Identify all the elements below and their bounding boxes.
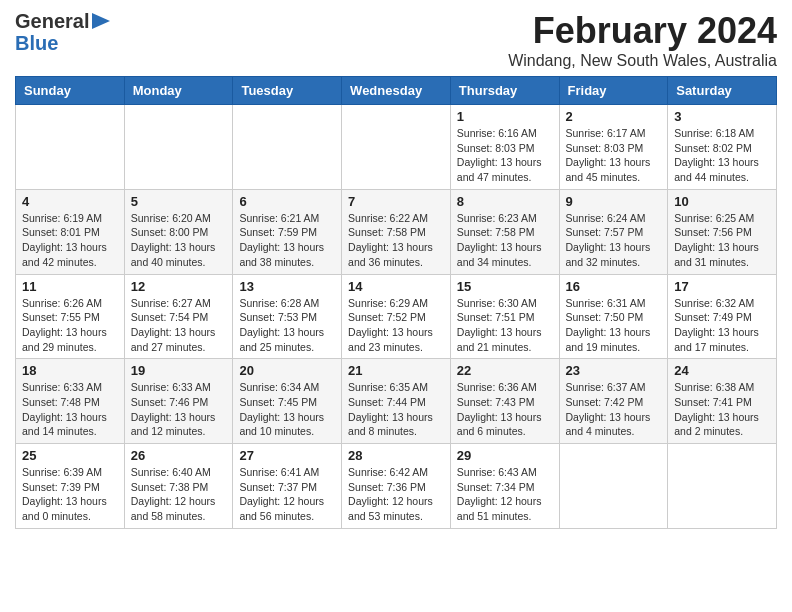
calendar-header-row: Sunday Monday Tuesday Wednesday Thursday… xyxy=(16,77,777,105)
day-number: 19 xyxy=(131,363,227,378)
logo: General Blue xyxy=(15,10,113,54)
day-number: 25 xyxy=(22,448,118,463)
week-row-1: 1Sunrise: 6:16 AM Sunset: 8:03 PM Daylig… xyxy=(16,105,777,190)
calendar-table: Sunday Monday Tuesday Wednesday Thursday… xyxy=(15,76,777,529)
day-number: 26 xyxy=(131,448,227,463)
table-row xyxy=(342,105,451,190)
day-number: 13 xyxy=(239,279,335,294)
col-friday: Friday xyxy=(559,77,668,105)
table-row: 19Sunrise: 6:33 AM Sunset: 7:46 PM Dayli… xyxy=(124,359,233,444)
day-number: 22 xyxy=(457,363,553,378)
day-number: 1 xyxy=(457,109,553,124)
logo-flag-icon xyxy=(90,12,112,30)
week-row-5: 25Sunrise: 6:39 AM Sunset: 7:39 PM Dayli… xyxy=(16,444,777,529)
day-info: Sunrise: 6:37 AM Sunset: 7:42 PM Dayligh… xyxy=(566,380,662,439)
table-row: 27Sunrise: 6:41 AM Sunset: 7:37 PM Dayli… xyxy=(233,444,342,529)
table-row: 2Sunrise: 6:17 AM Sunset: 8:03 PM Daylig… xyxy=(559,105,668,190)
page-title: February 2024 xyxy=(508,10,777,52)
day-info: Sunrise: 6:30 AM Sunset: 7:51 PM Dayligh… xyxy=(457,296,553,355)
day-info: Sunrise: 6:20 AM Sunset: 8:00 PM Dayligh… xyxy=(131,211,227,270)
day-number: 14 xyxy=(348,279,444,294)
day-info: Sunrise: 6:36 AM Sunset: 7:43 PM Dayligh… xyxy=(457,380,553,439)
col-wednesday: Wednesday xyxy=(342,77,451,105)
day-number: 11 xyxy=(22,279,118,294)
table-row: 10Sunrise: 6:25 AM Sunset: 7:56 PM Dayli… xyxy=(668,189,777,274)
day-number: 28 xyxy=(348,448,444,463)
table-row: 7Sunrise: 6:22 AM Sunset: 7:58 PM Daylig… xyxy=(342,189,451,274)
day-number: 16 xyxy=(566,279,662,294)
col-thursday: Thursday xyxy=(450,77,559,105)
table-row: 3Sunrise: 6:18 AM Sunset: 8:02 PM Daylig… xyxy=(668,105,777,190)
week-row-3: 11Sunrise: 6:26 AM Sunset: 7:55 PM Dayli… xyxy=(16,274,777,359)
week-row-4: 18Sunrise: 6:33 AM Sunset: 7:48 PM Dayli… xyxy=(16,359,777,444)
day-number: 15 xyxy=(457,279,553,294)
table-row: 8Sunrise: 6:23 AM Sunset: 7:58 PM Daylig… xyxy=(450,189,559,274)
day-number: 3 xyxy=(674,109,770,124)
day-number: 6 xyxy=(239,194,335,209)
day-info: Sunrise: 6:38 AM Sunset: 7:41 PM Dayligh… xyxy=(674,380,770,439)
day-number: 12 xyxy=(131,279,227,294)
table-row xyxy=(124,105,233,190)
day-info: Sunrise: 6:39 AM Sunset: 7:39 PM Dayligh… xyxy=(22,465,118,524)
day-number: 29 xyxy=(457,448,553,463)
day-number: 8 xyxy=(457,194,553,209)
day-info: Sunrise: 6:31 AM Sunset: 7:50 PM Dayligh… xyxy=(566,296,662,355)
day-info: Sunrise: 6:26 AM Sunset: 7:55 PM Dayligh… xyxy=(22,296,118,355)
table-row: 24Sunrise: 6:38 AM Sunset: 7:41 PM Dayli… xyxy=(668,359,777,444)
day-info: Sunrise: 6:29 AM Sunset: 7:52 PM Dayligh… xyxy=(348,296,444,355)
day-info: Sunrise: 6:19 AM Sunset: 8:01 PM Dayligh… xyxy=(22,211,118,270)
week-row-2: 4Sunrise: 6:19 AM Sunset: 8:01 PM Daylig… xyxy=(16,189,777,274)
day-info: Sunrise: 6:33 AM Sunset: 7:46 PM Dayligh… xyxy=(131,380,227,439)
table-row: 15Sunrise: 6:30 AM Sunset: 7:51 PM Dayli… xyxy=(450,274,559,359)
day-info: Sunrise: 6:40 AM Sunset: 7:38 PM Dayligh… xyxy=(131,465,227,524)
day-number: 7 xyxy=(348,194,444,209)
day-number: 24 xyxy=(674,363,770,378)
col-saturday: Saturday xyxy=(668,77,777,105)
day-number: 23 xyxy=(566,363,662,378)
day-info: Sunrise: 6:25 AM Sunset: 7:56 PM Dayligh… xyxy=(674,211,770,270)
table-row: 9Sunrise: 6:24 AM Sunset: 7:57 PM Daylig… xyxy=(559,189,668,274)
table-row: 16Sunrise: 6:31 AM Sunset: 7:50 PM Dayli… xyxy=(559,274,668,359)
day-number: 5 xyxy=(131,194,227,209)
table-row: 20Sunrise: 6:34 AM Sunset: 7:45 PM Dayli… xyxy=(233,359,342,444)
col-sunday: Sunday xyxy=(16,77,125,105)
table-row: 22Sunrise: 6:36 AM Sunset: 7:43 PM Dayli… xyxy=(450,359,559,444)
table-row: 12Sunrise: 6:27 AM Sunset: 7:54 PM Dayli… xyxy=(124,274,233,359)
day-info: Sunrise: 6:27 AM Sunset: 7:54 PM Dayligh… xyxy=(131,296,227,355)
day-number: 18 xyxy=(22,363,118,378)
table-row: 1Sunrise: 6:16 AM Sunset: 8:03 PM Daylig… xyxy=(450,105,559,190)
table-row: 18Sunrise: 6:33 AM Sunset: 7:48 PM Dayli… xyxy=(16,359,125,444)
table-row: 28Sunrise: 6:42 AM Sunset: 7:36 PM Dayli… xyxy=(342,444,451,529)
table-row: 6Sunrise: 6:21 AM Sunset: 7:59 PM Daylig… xyxy=(233,189,342,274)
table-row: 5Sunrise: 6:20 AM Sunset: 8:00 PM Daylig… xyxy=(124,189,233,274)
day-info: Sunrise: 6:35 AM Sunset: 7:44 PM Dayligh… xyxy=(348,380,444,439)
header: General Blue February 2024 Windang, New … xyxy=(15,10,777,70)
logo-general-text: General xyxy=(15,10,89,32)
day-info: Sunrise: 6:16 AM Sunset: 8:03 PM Dayligh… xyxy=(457,126,553,185)
table-row: 11Sunrise: 6:26 AM Sunset: 7:55 PM Dayli… xyxy=(16,274,125,359)
day-info: Sunrise: 6:34 AM Sunset: 7:45 PM Dayligh… xyxy=(239,380,335,439)
title-area: February 2024 Windang, New South Wales, … xyxy=(508,10,777,70)
day-info: Sunrise: 6:17 AM Sunset: 8:03 PM Dayligh… xyxy=(566,126,662,185)
day-info: Sunrise: 6:24 AM Sunset: 7:57 PM Dayligh… xyxy=(566,211,662,270)
day-info: Sunrise: 6:22 AM Sunset: 7:58 PM Dayligh… xyxy=(348,211,444,270)
day-info: Sunrise: 6:28 AM Sunset: 7:53 PM Dayligh… xyxy=(239,296,335,355)
table-row: 23Sunrise: 6:37 AM Sunset: 7:42 PM Dayli… xyxy=(559,359,668,444)
day-number: 21 xyxy=(348,363,444,378)
day-info: Sunrise: 6:42 AM Sunset: 7:36 PM Dayligh… xyxy=(348,465,444,524)
table-row: 17Sunrise: 6:32 AM Sunset: 7:49 PM Dayli… xyxy=(668,274,777,359)
day-number: 27 xyxy=(239,448,335,463)
table-row xyxy=(559,444,668,529)
day-number: 20 xyxy=(239,363,335,378)
day-number: 4 xyxy=(22,194,118,209)
table-row: 14Sunrise: 6:29 AM Sunset: 7:52 PM Dayli… xyxy=(342,274,451,359)
day-info: Sunrise: 6:33 AM Sunset: 7:48 PM Dayligh… xyxy=(22,380,118,439)
day-info: Sunrise: 6:43 AM Sunset: 7:34 PM Dayligh… xyxy=(457,465,553,524)
col-tuesday: Tuesday xyxy=(233,77,342,105)
table-row xyxy=(668,444,777,529)
page-subtitle: Windang, New South Wales, Australia xyxy=(508,52,777,70)
day-number: 2 xyxy=(566,109,662,124)
day-info: Sunrise: 6:23 AM Sunset: 7:58 PM Dayligh… xyxy=(457,211,553,270)
table-row: 29Sunrise: 6:43 AM Sunset: 7:34 PM Dayli… xyxy=(450,444,559,529)
day-number: 9 xyxy=(566,194,662,209)
